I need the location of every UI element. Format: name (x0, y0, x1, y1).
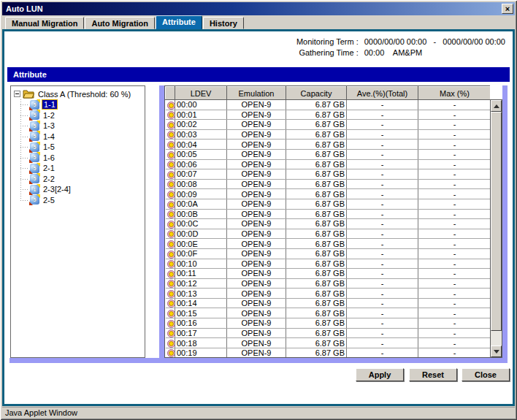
ldev-icon (167, 180, 175, 188)
table-row[interactable]: 00:16OPEN-96.87 GB-- (166, 318, 491, 329)
table-row[interactable]: 00:03OPEN-96.87 GB-- (166, 129, 491, 140)
max-cell: - (418, 199, 491, 209)
max-cell: - (418, 209, 491, 219)
window-title: Auto LUN (6, 4, 43, 13)
column-header-ldev[interactable]: LDEV (175, 87, 227, 100)
ldev-icon-cell (166, 229, 175, 239)
status-bar: Java Applet Window (2, 407, 515, 418)
tab-manual-migration[interactable]: Manual Migration (5, 17, 84, 29)
apply-button[interactable]: Apply (356, 368, 404, 381)
scrollbar-thumb[interactable] (491, 112, 502, 331)
tree-item-1-1[interactable]: 51-1 (30, 99, 145, 110)
tree-item-label: 1-6 (42, 153, 56, 162)
table-row[interactable]: 00:06OPEN-96.87 GB-- (166, 159, 491, 169)
emulation-cell: OPEN-9 (227, 269, 286, 279)
table-row[interactable]: 00:0BOPEN-96.87 GB-- (166, 209, 491, 219)
ldev-icon-cell (166, 348, 175, 358)
tree-item-1-4[interactable]: 51-4 (30, 131, 145, 142)
ldev-icon (167, 161, 175, 169)
ave-cell: - (347, 120, 418, 130)
tree-item-2-1[interactable]: 52-1 (30, 163, 145, 174)
close-button[interactable]: × (502, 4, 513, 14)
ldev-icon (167, 240, 175, 248)
ldev-icon (167, 111, 175, 119)
table-row[interactable]: 00:01OPEN-96.87 GB-- (166, 110, 491, 120)
capacity-cell: 6.87 GB (286, 269, 347, 279)
ldev-icon (167, 121, 175, 129)
column-header-icon[interactable] (166, 87, 175, 100)
tree-item-2-2[interactable]: 52-2 (30, 174, 145, 185)
tab-history[interactable]: History (203, 17, 244, 29)
ldev-icon-cell (166, 278, 175, 289)
ldev-cell: 00:0A (175, 199, 227, 209)
scroll-up-button[interactable] (491, 100, 502, 112)
table-row[interactable]: 00:0COPEN-96.87 GB-- (166, 219, 491, 229)
column-header-ave[interactable]: Ave.(%)(Total) (347, 87, 418, 100)
table-row[interactable]: 00:08OPEN-96.87 GB-- (166, 179, 491, 189)
ldev-table-body: 00:00OPEN-96.87 GB--00:01OPEN-96.87 GB--… (166, 100, 491, 359)
ldev-icon (167, 221, 175, 229)
tree-item-2-3[2-4][interactable]: 12-3[2-4] (30, 184, 145, 195)
content-area: Monitoring Term : 0000/00/00 00:00 - 000… (2, 29, 515, 406)
max-cell: - (418, 179, 491, 189)
column-header-max[interactable]: Max (%) (418, 87, 491, 100)
table-row[interactable]: 00:14OPEN-96.87 GB-- (166, 298, 491, 308)
ldev-icon-cell (166, 219, 175, 229)
ldev-icon-cell (166, 189, 175, 199)
ldev-icon (167, 201, 175, 209)
ldev-icon (167, 329, 175, 337)
table-row[interactable]: 00:18OPEN-96.87 GB-- (166, 338, 491, 348)
table-row[interactable]: 00:15OPEN-96.87 GB-- (166, 308, 491, 318)
table-row[interactable]: 00:05OPEN-96.87 GB-- (166, 149, 491, 159)
table-row[interactable]: 00:0AOPEN-96.87 GB-- (166, 199, 491, 209)
table-row[interactable]: 00:09OPEN-96.87 GB-- (166, 189, 491, 199)
ave-cell: - (347, 149, 418, 159)
table-row[interactable]: 00:0DOPEN-96.87 GB-- (166, 229, 491, 239)
vertical-scrollbar[interactable] (490, 99, 502, 358)
emulation-cell: OPEN-9 (227, 179, 286, 189)
ldev-icon-cell (166, 129, 175, 140)
tree-item-2-5[interactable]: 52-5 (30, 195, 145, 206)
ldev-cell: 00:01 (175, 110, 227, 120)
scroll-down-button[interactable] (491, 345, 502, 357)
tree-item-1-6[interactable]: 51-6 (30, 153, 145, 164)
tab-attribute[interactable]: Attribute (156, 15, 202, 29)
max-cell: - (418, 289, 491, 299)
table-row[interactable]: 00:04OPEN-96.87 GB-- (166, 140, 491, 150)
table-row[interactable]: 00:07OPEN-96.87 GB-- (166, 169, 491, 180)
table-row[interactable]: 00:00OPEN-96.87 GB-- (166, 100, 491, 110)
close-action-button[interactable]: Close (462, 368, 510, 381)
tree-root-class-a[interactable]: Class A (Threshold: 60 %) (14, 88, 145, 99)
capacity-cell: 6.87 GB (286, 169, 347, 180)
emulation-cell: OPEN-9 (227, 289, 286, 299)
max-cell: - (418, 169, 491, 180)
ave-cell: - (347, 129, 418, 140)
tab-auto-migration[interactable]: Auto Migration (85, 17, 155, 29)
table-row[interactable]: 00:0EOPEN-96.87 GB-- (166, 239, 491, 249)
table-row[interactable]: 00:19OPEN-96.87 GB-- (166, 348, 491, 358)
emulation-cell: OPEN-9 (227, 159, 286, 169)
folder-icon (23, 89, 34, 99)
ldev-icon (167, 340, 175, 348)
tree-item-1-3[interactable]: 51-3 (30, 121, 145, 131)
group-disk-icon: 5 (30, 153, 39, 162)
ldev-icon-cell (166, 209, 175, 219)
ldev-cell: 00:04 (175, 140, 227, 150)
title-bar: Auto LUN × (2, 2, 515, 15)
ldev-cell: 00:10 (175, 259, 227, 269)
table-row[interactable]: 00:13OPEN-96.87 GB-- (166, 289, 491, 299)
table-row[interactable]: 00:12OPEN-96.87 GB-- (166, 278, 491, 289)
tree-item-1-2[interactable]: 51-2 (30, 110, 145, 121)
table-row[interactable]: 00:11OPEN-96.87 GB-- (166, 269, 491, 279)
tree-item-1-5[interactable]: 51-5 (30, 142, 145, 153)
table-row[interactable]: 00:0FOPEN-96.87 GB-- (166, 248, 491, 259)
class-tree-panel: Class A (Threshold: 60 %) 51-151-251-351… (10, 85, 145, 358)
tree-root-label: Class A (Threshold: 60 %) (37, 90, 132, 99)
table-row[interactable]: 00:02OPEN-96.87 GB-- (166, 120, 491, 130)
table-row[interactable]: 00:10OPEN-96.87 GB-- (166, 259, 491, 269)
table-row[interactable]: 00:17OPEN-96.87 GB-- (166, 328, 491, 338)
column-header-capacity[interactable]: Capacity (286, 87, 347, 100)
tree-collapse-icon[interactable] (14, 91, 20, 97)
column-header-emulation[interactable]: Emulation (227, 87, 286, 100)
reset-button[interactable]: Reset (409, 368, 457, 381)
